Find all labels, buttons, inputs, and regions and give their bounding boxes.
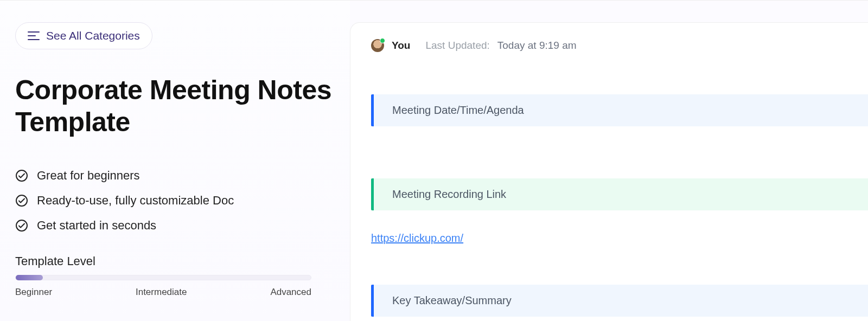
feature-text: Great for beginners [37,169,140,183]
check-circle-icon [15,169,28,182]
template-level-label: Template Level [15,254,335,268]
feature-text: Ready-to-use, fully customizable Doc [37,194,234,208]
menu-icon [28,31,40,41]
check-circle-icon [15,219,28,232]
level-mark-advanced: Advanced [270,287,311,298]
recording-link-line: https://clickup.com/ [371,232,868,245]
svg-point-3 [16,170,27,181]
level-mark-intermediate: Intermediate [136,287,187,298]
document-preview-panel: You Last Updated: Today at 9:19 am Meeti… [350,22,868,321]
section-meeting-agenda[interactable]: Meeting Date/Time/Agenda [371,94,868,126]
template-level-fill [16,275,43,280]
updated-label: Last Updated: [425,40,489,52]
check-circle-icon [15,194,28,207]
section-key-takeaway[interactable]: Key Takeaway/Summary [371,285,868,317]
document-meta: You Last Updated: Today at 9:19 am [371,39,868,52]
feature-list: Great for beginners Ready-to-use, fully … [15,169,335,233]
updated-time: Today at 9:19 am [497,40,577,52]
feature-item: Ready-to-use, fully customizable Doc [15,194,335,208]
template-info-panel: See All Categories Corporate Meeting Not… [0,1,350,321]
avatar[interactable] [371,39,384,52]
author-name: You [392,40,410,52]
template-level-slider[interactable] [15,275,311,280]
see-all-categories-label: See All Categories [46,29,140,42]
see-all-categories-button[interactable]: See All Categories [15,22,152,49]
feature-item: Great for beginners [15,169,335,183]
level-mark-beginner: Beginner [15,287,52,298]
feature-text: Get started in seconds [37,219,156,233]
template-level-marks: Beginner Intermediate Advanced [15,287,311,298]
recording-link[interactable]: https://clickup.com/ [371,232,463,244]
svg-point-5 [16,220,27,231]
svg-point-4 [16,195,27,206]
feature-item: Get started in seconds [15,219,335,233]
section-recording-link[interactable]: Meeting Recording Link [371,178,868,210]
page-title: Corporate Meeting Notes Template [15,74,335,138]
